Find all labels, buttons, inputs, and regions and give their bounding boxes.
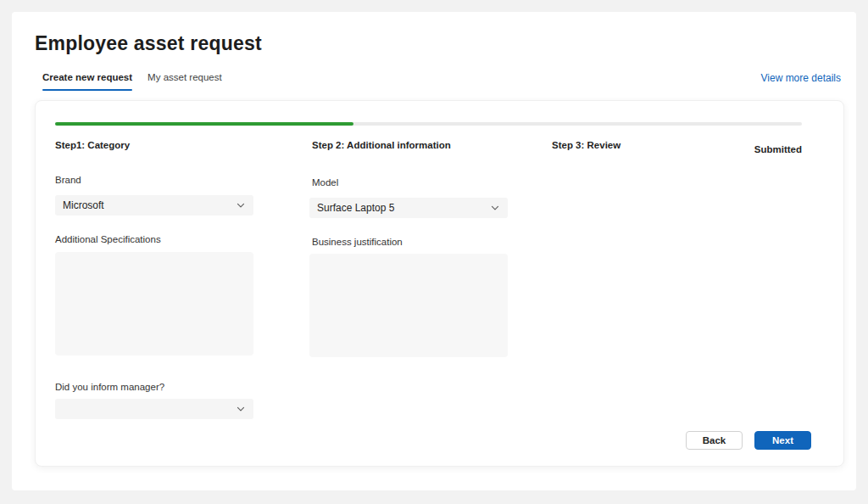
step-label-additional-information: Step 2: Additional information (312, 140, 451, 150)
business-justification-label: Business justification (312, 237, 403, 247)
brand-dropdown[interactable]: Microsoft (55, 195, 253, 216)
model-dropdown[interactable]: Surface Laptop 5 (309, 198, 508, 218)
progress-bar-fill (55, 122, 353, 126)
tab-label: Create new request (42, 72, 132, 82)
view-more-details-link[interactable]: View more details (761, 72, 842, 84)
step-label-category: Step1: Category (55, 140, 130, 150)
step-label-review: Step 3: Review (552, 140, 620, 150)
additional-specifications-label: Additional Specifications (55, 234, 161, 244)
step-label-submitted: Submitted (754, 144, 802, 154)
back-button[interactable]: Back (686, 431, 743, 450)
page-title: Employee asset request (35, 32, 262, 55)
tab-bar: Create new request My asset request (35, 68, 230, 93)
chevron-down-icon (236, 404, 246, 414)
brand-label: Brand (55, 175, 81, 185)
model-dropdown-value: Surface Laptop 5 (317, 202, 394, 214)
chevron-down-icon (236, 200, 246, 210)
progress-bar-track (55, 122, 802, 126)
inform-manager-label: Did you inform manager? (55, 382, 164, 392)
inform-manager-dropdown[interactable] (55, 399, 253, 419)
brand-dropdown-value: Microsoft (63, 199, 104, 211)
model-label: Model (312, 177, 338, 188)
tab-my-asset-request[interactable]: My asset request (140, 68, 230, 91)
next-button[interactable]: Next (754, 431, 811, 450)
tab-label: My asset request (147, 72, 222, 82)
business-justification-textarea[interactable] (309, 254, 508, 357)
request-form-card: Step1: Category Step 2: Additional infor… (35, 100, 844, 467)
active-tab-underline (42, 89, 132, 92)
additional-specifications-textarea[interactable] (55, 252, 253, 356)
app-panel: Employee asset request Create new reques… (12, 12, 856, 490)
chevron-down-icon (490, 203, 500, 213)
tab-create-new-request[interactable]: Create new request (35, 68, 140, 91)
